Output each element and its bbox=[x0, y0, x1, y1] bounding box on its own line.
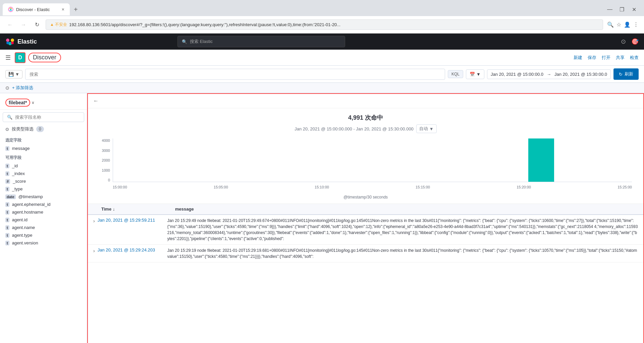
search-input[interactable] bbox=[25, 69, 445, 80]
available-field-item[interactable]: t_id bbox=[0, 162, 87, 170]
search-icon: 🔍 bbox=[182, 39, 187, 44]
tab-favicon bbox=[8, 7, 13, 12]
time-column-header[interactable]: Time ↓ bbox=[101, 207, 175, 212]
field-type-icon: t bbox=[5, 218, 9, 222]
chart-y-axis: 40003000200010000 bbox=[96, 138, 113, 182]
elastic-logo-text: Elastic bbox=[17, 38, 37, 45]
row-expand-button[interactable]: › bbox=[93, 248, 95, 253]
reload-button[interactable]: ↻ bbox=[32, 20, 42, 30]
index-selector[interactable]: filebeat* ∨ bbox=[0, 96, 87, 110]
svg-point-3 bbox=[11, 39, 14, 42]
row-message: Jan 20 15:29:49 node filebeat: 2021-01-2… bbox=[167, 218, 638, 242]
elastic-logo-icon bbox=[5, 37, 15, 46]
available-field-item[interactable]: tagent.hostname bbox=[0, 208, 87, 216]
field-name: _score bbox=[13, 179, 26, 184]
y-axis-label: 2000 bbox=[102, 158, 110, 162]
field-search-container: 🔍 bbox=[3, 112, 84, 122]
x-axis-label: 15:15:00 bbox=[416, 185, 430, 189]
chart-container: 4,991 次命中 Jan 20, 2021 @ 15:00:00.000 - … bbox=[88, 108, 643, 204]
available-field-item[interactable]: date@timestamp bbox=[0, 193, 87, 201]
field-search-input[interactable] bbox=[15, 115, 80, 120]
hit-number: 4,991 bbox=[348, 114, 363, 121]
add-filter-button[interactable]: + 添加筛选 bbox=[12, 85, 33, 91]
time-header-label: Time bbox=[101, 207, 111, 212]
available-field-item[interactable]: tagent.version bbox=[0, 239, 87, 247]
collapse-sidebar-button[interactable]: ← bbox=[91, 95, 101, 107]
svg-point-2 bbox=[6, 39, 9, 42]
table-header-row: Time ↓ message bbox=[88, 204, 643, 215]
back-button[interactable]: ← bbox=[5, 20, 15, 30]
open-button[interactable]: 打开 bbox=[602, 55, 610, 61]
search-save-btn[interactable]: 💾 ▼ bbox=[5, 70, 22, 78]
save-button[interactable]: 保存 bbox=[588, 55, 596, 61]
table-row: › Jan 20, 2021 @ 15:29:59.211 Jan 20 15:… bbox=[88, 215, 643, 245]
menu-button[interactable]: ⋮ bbox=[633, 21, 639, 28]
x-axis-label: 15:10:00 bbox=[315, 185, 329, 189]
filter-icon[interactable]: ⊙ bbox=[5, 85, 9, 91]
y-axis-label: 0 bbox=[108, 178, 110, 182]
new-button[interactable]: 新建 bbox=[574, 55, 582, 61]
field-name: agent.version bbox=[12, 240, 38, 245]
forward-button[interactable]: → bbox=[19, 20, 28, 30]
address-bar: ← → ↻ ▲ 不安全 192.168.80.136:5601/app/disc… bbox=[0, 16, 644, 34]
y-axis-label: 4000 bbox=[102, 138, 110, 142]
inspect-button[interactable]: 检查 bbox=[630, 55, 639, 61]
maximize-button[interactable]: ❐ bbox=[617, 5, 627, 14]
available-field-item[interactable]: tagent.id bbox=[0, 216, 87, 224]
field-type-icon: t bbox=[5, 171, 9, 176]
calendar-dropdown: ▼ bbox=[476, 72, 481, 77]
field-type-icon: t bbox=[5, 225, 9, 230]
selected-field-item[interactable]: tmessage bbox=[0, 145, 87, 152]
svg-point-1 bbox=[10, 9, 11, 10]
url-text: 192.168.80.136:5601/app/discover#/?_g=(f… bbox=[69, 22, 599, 27]
available-field-item[interactable]: tagent.ephemeral_id bbox=[0, 201, 87, 208]
profile-button[interactable]: 👤 bbox=[624, 21, 631, 28]
nav-icon2[interactable]: 🎯 bbox=[631, 38, 639, 45]
url-bar[interactable]: ▲ 不安全 192.168.80.136:5601/app/discover#/… bbox=[46, 19, 603, 30]
available-field-item[interactable]: tagent.type bbox=[0, 231, 87, 239]
row-time[interactable]: Jan 20, 2021 @ 15:29:24.203 bbox=[98, 247, 165, 252]
new-tab-button[interactable]: + bbox=[71, 4, 80, 15]
tab-close-button[interactable]: × bbox=[62, 7, 64, 12]
time-arrow: → bbox=[547, 72, 551, 77]
field-name: agent.name bbox=[12, 225, 35, 230]
field-name: _type bbox=[12, 186, 23, 191]
elastic-logo: Elastic bbox=[5, 37, 37, 46]
discover-toolbar: ☰ D Discover 新建 保存 打开 共享 检查 bbox=[0, 50, 644, 66]
table-rows: › Jan 20, 2021 @ 15:29:59.211 Jan 20 15:… bbox=[88, 215, 643, 263]
hamburger-menu[interactable]: ☰ bbox=[5, 54, 11, 61]
field-search-icon: 🔍 bbox=[7, 115, 12, 120]
kql-toggle[interactable]: KQL bbox=[448, 70, 463, 78]
save-icon: 💾 bbox=[8, 72, 14, 77]
available-field-item[interactable]: t_index bbox=[0, 170, 87, 177]
bookmark-button[interactable]: ☆ bbox=[616, 21, 621, 28]
time-range-display[interactable]: Jan 20, 2021 @ 15:00:00.0 → Jan 20, 2021… bbox=[487, 69, 611, 79]
chart-subtitle: Jan 20, 2021 @ 15:00:00.000 - Jan 20, 20… bbox=[96, 124, 635, 133]
chart-area: 40003000200010000 15:00:0015:05:0015:10:… bbox=[96, 138, 635, 192]
active-tab[interactable]: Discover - Elastic × bbox=[3, 3, 70, 15]
available-field-item[interactable]: tagent.name bbox=[0, 224, 87, 231]
close-button[interactable]: ✕ bbox=[629, 5, 639, 14]
nav-icon1[interactable]: ⊙ bbox=[621, 38, 626, 45]
filter-row: ⊙ + 添加筛选 bbox=[0, 83, 644, 93]
global-search-bar[interactable]: 🔍 搜索 Elastic bbox=[177, 36, 345, 47]
minimize-button[interactable]: — bbox=[605, 5, 614, 14]
refresh-button[interactable]: ↻ 刷新 bbox=[613, 68, 639, 80]
field-type-icon: t bbox=[5, 146, 9, 151]
message-header-label: message bbox=[175, 207, 194, 212]
auto-interval-dropdown[interactable]: 自动 ▼ bbox=[416, 124, 437, 133]
time-picker[interactable]: 📅 ▼ bbox=[466, 69, 484, 79]
share-button[interactable]: 共享 bbox=[616, 55, 625, 61]
row-time[interactable]: Jan 20, 2021 @ 15:29:59.211 bbox=[98, 218, 165, 223]
row-expand-button[interactable]: › bbox=[93, 218, 95, 224]
available-field-item[interactable]: t_type bbox=[0, 185, 87, 193]
field-type-icon: t bbox=[5, 241, 9, 245]
filter-by-type[interactable]: ⊙ 按类型筛选 0 bbox=[0, 123, 87, 135]
available-field-item[interactable]: #_score bbox=[0, 177, 87, 185]
message-column-header[interactable]: message bbox=[175, 207, 638, 212]
x-axis-label: 15:00:00 bbox=[113, 185, 127, 189]
search-url-button[interactable]: 🔍 bbox=[607, 21, 614, 28]
svg-point-5 bbox=[6, 42, 9, 44]
table-container: Time ↓ message › Jan 20, 2021 @ 15:29:59… bbox=[88, 204, 643, 263]
field-type-icon: t bbox=[5, 233, 9, 238]
